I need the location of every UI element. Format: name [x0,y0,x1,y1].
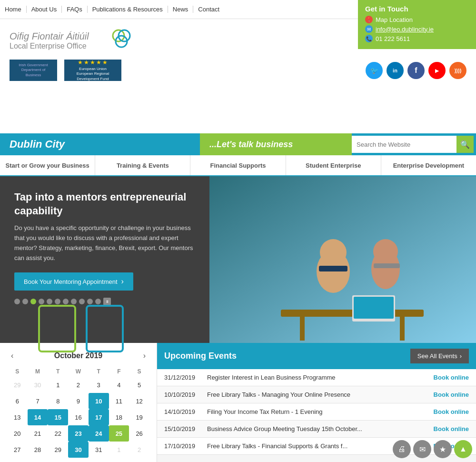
slide-dot-9[interactable] [79,299,85,304]
get-in-touch-title: Get in Touch [365,5,469,13]
event-date-0: 31/12/2019 [164,374,207,381]
svg-rect-6 [400,317,405,341]
cal-day-0-6[interactable]: 5 [129,377,149,393]
see-all-events-button[interactable]: See All Events › [410,349,469,363]
youtube-icon[interactable]: ▶ [428,62,446,79]
cal-day-3-2[interactable]: 22 [48,425,68,442]
cal-day-3-6[interactable]: 26 [129,425,149,442]
nav-publications[interactable]: Publications & Resources [88,6,168,13]
nav-start-grow[interactable]: Start or Grow your Business [0,155,95,175]
slide-dot-5[interactable] [47,299,52,304]
hero-background-illustration [209,176,476,343]
twitter-icon[interactable]: 🐦 [366,62,383,79]
nav-faqs[interactable]: FAQs [62,6,88,13]
cal-day-3-3[interactable]: 23 [68,425,89,442]
slide-dot-6[interactable] [55,299,60,304]
cal-day-1-0[interactable]: 6 [7,393,28,409]
cal-day-2-5[interactable]: 18 [109,409,129,425]
cal-day-4-6[interactable]: 2 [129,442,149,458]
cal-day-1-6[interactable]: 12 [129,393,149,409]
nav-student-enterprise[interactable]: Student Enterprise [286,155,381,175]
linkedin-icon[interactable]: in [387,62,404,79]
cal-day-1-4[interactable]: 10 [89,393,109,409]
favourite-button[interactable]: ★ [434,440,452,458]
cal-day-2-2[interactable]: 15 [48,409,68,425]
email-share-button[interactable]: ✉ [413,440,431,458]
cal-day-2-3[interactable]: 16 [68,409,89,425]
event-book-link-0[interactable]: Book online [434,374,469,381]
cal-day-4-1[interactable]: 28 [28,442,48,458]
cal-day-0-2[interactable]: 1 [48,377,68,393]
slide-dot-11[interactable] [95,299,101,304]
event-book-link-3[interactable]: Book online [434,425,469,432]
nav-contact[interactable]: Contact [193,6,224,13]
nav-news[interactable]: News [168,6,194,13]
cal-day-2-4[interactable]: 17 [89,409,109,425]
cal-day-3-0[interactable]: 20 [7,425,28,442]
phone-number: 01 222 5611 [376,35,410,42]
cal-day-1-2[interactable]: 8 [48,393,68,409]
logo-line2: Local Enterprise Office [10,42,89,50]
cal-day-4-3[interactable]: 30 [68,442,89,458]
slide-dot-10[interactable] [87,299,93,304]
slide-dot-3[interactable] [30,299,36,304]
facebook-icon[interactable]: f [407,62,425,79]
slide-dot-1[interactable] [14,299,20,304]
event-date-4: 17/10/2019 [164,442,207,450]
cal-day-0-1[interactable]: 30 [28,377,48,393]
cal-day-1-5[interactable]: 11 [109,393,129,409]
nav-financial-supports[interactable]: Financial Supports [190,155,286,175]
nav-home[interactable]: Home [5,6,27,13]
calendar-next-button[interactable]: › [139,350,149,362]
hero-cta-button[interactable]: Book Your Mentoring Appointment › [14,272,133,291]
cal-day-1-3[interactable]: 9 [68,393,89,409]
event-date-3: 15/10/2019 [164,425,207,432]
slide-dot-7[interactable] [63,299,69,304]
leo-logo-icon [94,26,132,55]
cal-day-2-1[interactable]: 14 [28,409,48,425]
calendar-prev-button[interactable]: ‹ [7,350,17,362]
cal-day-0-5[interactable]: 4 [109,377,129,393]
cal-day-4-5[interactable]: 1 [109,442,129,458]
event-book-link-1[interactable]: Book online [434,391,469,398]
dublin-banner: Dublin City ...Let's talk business 🔍 [0,133,476,155]
event-book-link-2[interactable]: Book online [434,408,469,415]
slide-pause-btn[interactable]: ⏸ [103,298,111,305]
slide-dot-8[interactable] [71,299,77,304]
calendar-week-3: 13141516171819 [7,409,149,425]
print-button[interactable]: 🖨 [393,440,411,458]
cal-day-3-1[interactable]: 21 [28,425,48,442]
svg-rect-14 [354,297,394,319]
slide-dot-4[interactable] [39,299,44,304]
rss-icon[interactable]: )))) [449,62,466,79]
email-item[interactable]: ✉ info@leo.dublincity.ie [365,25,469,33]
map-location-item[interactable]: 📍 Map Location [365,16,469,23]
cal-day-1-1[interactable]: 7 [28,393,48,409]
get-in-touch-panel: Get in Touch 📍 Map Location ✉ info@leo.d… [358,0,476,49]
nav-about[interactable]: About Us [27,6,62,13]
cal-day-0-4[interactable]: 3 [89,377,109,393]
cal-day-2-6[interactable]: 19 [129,409,149,425]
events-header: Upcoming Events See All Events › [157,343,476,369]
event-name-3: Business Advice Group Meeting Tuesday 15… [207,425,434,432]
cal-day-0-0[interactable]: 29 [7,377,28,393]
svg-rect-5 [300,317,305,341]
gov-logo: Irish GovernmentDepartment ofBusiness [10,60,57,81]
event-row: 31/12/2019Register Interest in Lean Busi… [157,369,476,386]
nav-training-events[interactable]: Training & Events [95,155,190,175]
scroll-top-button[interactable]: ▲ [454,440,472,458]
cal-day-4-4[interactable]: 31 [89,442,109,458]
cal-day-2-0[interactable]: 13 [7,409,28,425]
cal-day-3-5[interactable]: 25 [109,425,129,442]
cal-day-4-0[interactable]: 27 [7,442,28,458]
search-button[interactable]: 🔍 [456,136,474,153]
slide-dot-2[interactable] [22,299,28,304]
map-icon: 📍 [365,16,373,23]
cal-day-0-3[interactable]: 2 [68,377,89,393]
cal-day-4-2[interactable]: 29 [48,442,68,458]
nav-enterprise-development[interactable]: Enterprise Development [381,155,476,175]
phone-icon: 📞 [365,35,373,42]
search-input[interactable] [352,136,456,153]
email-link[interactable]: info@leo.dublincity.ie [376,26,434,33]
cal-day-3-4[interactable]: 24 [89,425,109,442]
